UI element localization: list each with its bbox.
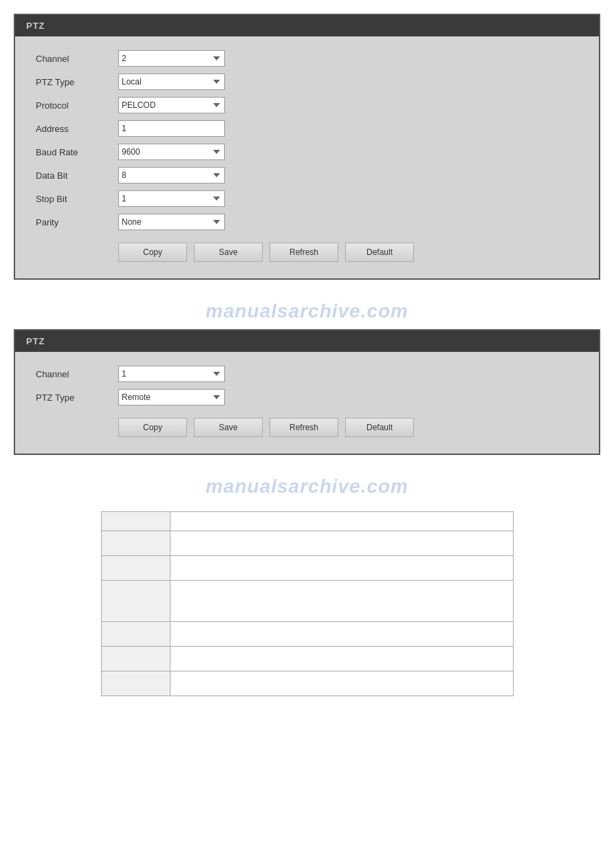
watermark-2: manualsarchive.com — [14, 476, 600, 498]
table-row — [101, 531, 513, 556]
panel1-refresh-button[interactable]: Refresh — [270, 243, 338, 262]
table-cell-value — [170, 531, 513, 556]
stop-bit-select[interactable]: 1 2 — [118, 190, 225, 207]
stop-bit-row: Stop Bit 1 2 — [36, 190, 578, 207]
table-row — [101, 512, 513, 531]
table-cell-value — [170, 671, 513, 696]
panel1-copy-button[interactable]: Copy — [118, 243, 187, 262]
table-cell-label — [101, 671, 170, 696]
table-row — [101, 622, 513, 647]
table-cell-label — [101, 581, 170, 622]
table-row — [101, 581, 513, 622]
parity-select[interactable]: None Odd Even — [118, 214, 225, 230]
p2-ptz-type-select[interactable]: Local Remote — [118, 389, 225, 405]
table-cell-value — [170, 581, 513, 622]
table-cell-label — [101, 531, 170, 556]
ptz-panel-1: PTZ Channel 1 2 3 4 PTZ Type Local Remot… — [14, 14, 600, 280]
data-bit-label: Data Bit — [36, 170, 118, 181]
data-bit-row: Data Bit 5 6 7 8 — [36, 167, 578, 183]
data-bit-select[interactable]: 5 6 7 8 — [118, 167, 225, 183]
table-cell-value — [170, 647, 513, 671]
protocol-row: Protocol PELCOD PELCOP — [36, 97, 578, 113]
ptz-type-select[interactable]: Local Remote — [118, 74, 225, 90]
parity-row: Parity None Odd Even — [36, 214, 578, 230]
data-table — [101, 511, 514, 696]
ptz-panel-2-body: Channel 1 2 3 4 PTZ Type Local Remote Co… — [15, 352, 599, 454]
panel1-default-button[interactable]: Default — [345, 243, 414, 262]
ptz-panel-2: PTZ Channel 1 2 3 4 PTZ Type Local Remot… — [14, 329, 600, 455]
p2-channel-select[interactable]: 1 2 3 4 — [118, 366, 225, 382]
panel2-copy-button[interactable]: Copy — [118, 418, 187, 437]
ptz-panel-1-header: PTZ — [15, 15, 599, 36]
ptz-panel-2-header: PTZ — [15, 331, 599, 352]
table-cell-label — [101, 512, 170, 531]
panel2-default-button[interactable]: Default — [345, 418, 414, 437]
ptz-panel-1-title: PTZ — [26, 21, 45, 31]
channel-label: Channel — [36, 54, 118, 64]
table-section — [101, 511, 514, 696]
address-row: Address — [36, 120, 578, 137]
p2-channel-row: Channel 1 2 3 4 — [36, 366, 578, 382]
table-row — [101, 671, 513, 696]
parity-label: Parity — [36, 217, 118, 227]
panel2-button-row: Copy Save Refresh Default — [36, 418, 578, 437]
address-input[interactable] — [118, 120, 225, 137]
baud-rate-select[interactable]: 1200 2400 4800 9600 19200 — [118, 144, 225, 160]
baud-rate-label: Baud Rate — [36, 147, 118, 157]
stop-bit-label: Stop Bit — [36, 194, 118, 204]
ptz-type-label: PTZ Type — [36, 77, 118, 87]
channel-select[interactable]: 1 2 3 4 — [118, 50, 225, 67]
panel1-save-button[interactable]: Save — [194, 243, 263, 262]
p2-ptz-type-row: PTZ Type Local Remote — [36, 389, 578, 405]
table-cell-value — [170, 556, 513, 581]
address-label: Address — [36, 124, 118, 134]
panel2-refresh-button[interactable]: Refresh — [270, 418, 338, 437]
channel-row: Channel 1 2 3 4 — [36, 50, 578, 67]
protocol-select[interactable]: PELCOD PELCOP — [118, 97, 225, 113]
table-cell-label — [101, 647, 170, 671]
p2-ptz-type-label: PTZ Type — [36, 392, 118, 403]
table-row — [101, 556, 513, 581]
p2-channel-label: Channel — [36, 369, 118, 379]
panel2-save-button[interactable]: Save — [194, 418, 263, 437]
table-cell-label — [101, 556, 170, 581]
table-cell-value — [170, 622, 513, 647]
watermark-1: manualsarchive.com — [14, 300, 600, 322]
ptz-panel-1-body: Channel 1 2 3 4 PTZ Type Local Remote Pr… — [15, 36, 599, 278]
panel1-button-row: Copy Save Refresh Default — [36, 243, 578, 262]
ptz-type-row: PTZ Type Local Remote — [36, 74, 578, 90]
table-cell-value — [170, 512, 513, 531]
ptz-panel-2-title: PTZ — [26, 336, 45, 346]
protocol-label: Protocol — [36, 100, 118, 111]
table-cell-label — [101, 622, 170, 647]
table-row — [101, 647, 513, 671]
baud-rate-row: Baud Rate 1200 2400 4800 9600 19200 — [36, 144, 578, 160]
